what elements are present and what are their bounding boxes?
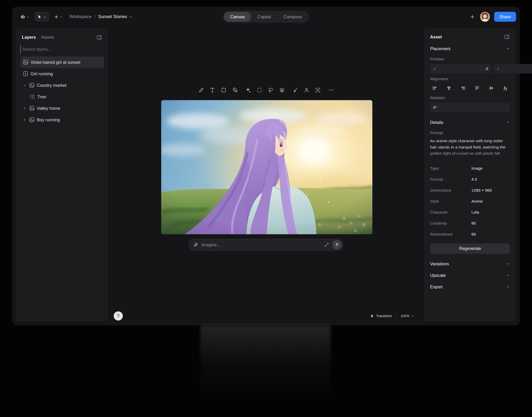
- layer-row[interactable]: Valley home: [20, 102, 104, 114]
- layer-label: Violet-haired girl at sunset: [31, 60, 80, 65]
- image-icon: [23, 60, 28, 65]
- marquee-select-button[interactable]: [255, 85, 264, 95]
- select-icon: [257, 87, 262, 93]
- magic-tool-button[interactable]: [244, 85, 253, 95]
- layers-panel: Layers Assets Violet-haired girl at suns…: [16, 29, 108, 321]
- layer-label: Boy running: [37, 117, 60, 122]
- rotation-input[interactable]: [433, 105, 507, 110]
- align-top-button[interactable]: [472, 84, 482, 92]
- tab-assets[interactable]: Assets: [41, 34, 54, 41]
- variations-section-header[interactable]: Variations: [430, 258, 510, 270]
- lasso-tool-button[interactable]: [266, 85, 275, 95]
- share-button[interactable]: Share: [494, 12, 516, 22]
- y-field[interactable]: Y: [494, 64, 532, 73]
- canvas-selected-image[interactable]: [161, 100, 372, 234]
- view-tabs: Canvas Copilot Compose: [223, 11, 309, 23]
- draw-tool-button[interactable]: [196, 85, 206, 95]
- invite-button[interactable]: [469, 13, 476, 20]
- eraser-tool-button[interactable]: [230, 85, 240, 95]
- chevron-down-icon[interactable]: [23, 84, 27, 87]
- x-label: X: [433, 67, 436, 71]
- detail-row-format: Format 4:3: [430, 174, 510, 185]
- attach-button[interactable]: [193, 242, 199, 248]
- chevron-up-icon: [506, 47, 510, 51]
- upscale-section-header[interactable]: Upscale: [430, 270, 510, 281]
- frame-tool-button[interactable]: [313, 85, 322, 95]
- tab-canvas[interactable]: Canvas: [224, 12, 251, 22]
- shape-tool-button[interactable]: [219, 85, 228, 95]
- zoom-control[interactable]: 100%: [401, 314, 414, 318]
- details-section-header[interactable]: Details: [430, 117, 510, 127]
- layer-list: Violet-haired girl at sunset Girl runnin…: [20, 56, 104, 125]
- arrow-up-icon: [335, 243, 339, 247]
- layer-label: Girl running: [31, 71, 53, 76]
- detail-label: Character: [430, 210, 471, 215]
- detail-value: Image: [471, 166, 483, 171]
- expand-prompt-button[interactable]: [324, 242, 330, 248]
- layer-row[interactable]: Boy running: [20, 114, 104, 125]
- position-fields: X Y: [430, 64, 510, 73]
- bolt-icon: [370, 314, 374, 318]
- divider: [396, 314, 396, 318]
- chevron-right-icon[interactable]: [23, 107, 27, 110]
- shape-icon: [221, 87, 226, 93]
- image-icon: [29, 83, 34, 88]
- style-brush-button[interactable]: [291, 85, 300, 95]
- image-icon: [29, 117, 34, 122]
- align-left-button[interactable]: [430, 84, 440, 92]
- detail-label: Style: [430, 199, 471, 204]
- layers-tool-button[interactable]: [277, 85, 287, 95]
- layer-row[interactable]: Tree: [20, 91, 104, 102]
- export-section-header[interactable]: Export: [430, 281, 510, 293]
- tab-copilot[interactable]: Copilot: [251, 12, 277, 22]
- y-input[interactable]: [500, 66, 532, 71]
- more-tools-button[interactable]: [326, 85, 336, 95]
- align-center-horizontal-button[interactable]: [444, 84, 454, 92]
- breadcrumb-project[interactable]: Sunset Stories: [98, 14, 132, 19]
- section-title: Variations: [430, 261, 449, 266]
- text-tool-button[interactable]: [208, 85, 217, 95]
- detail-label: Creativity: [430, 221, 471, 226]
- panel-collapse-button[interactable]: [96, 34, 102, 41]
- chevron-down-icon: [411, 315, 414, 317]
- generated-image: [161, 100, 372, 234]
- layer-row[interactable]: Country market: [20, 79, 104, 91]
- tab-layers[interactable]: Layers: [22, 34, 36, 41]
- prompt-label: Prompt: [430, 130, 510, 135]
- layer-row[interactable]: Violet-haired girl at sunset: [20, 56, 104, 68]
- transform-button[interactable]: Transform: [370, 314, 392, 318]
- help-button[interactable]: ?: [114, 311, 123, 321]
- chevron-down-icon: [27, 15, 30, 18]
- regenerate-button[interactable]: Regenerate: [430, 243, 510, 254]
- zoom-value: 100%: [401, 314, 409, 318]
- cursor-icon: [38, 15, 42, 19]
- add-object-button[interactable]: [53, 14, 64, 20]
- x-input[interactable]: [436, 66, 488, 71]
- tool-select-button[interactable]: [35, 12, 49, 21]
- search-input[interactable]: [20, 45, 104, 54]
- asset-panel-header: Asset: [430, 33, 510, 41]
- eraser-icon: [232, 87, 238, 93]
- chevron-right-icon[interactable]: [23, 118, 27, 121]
- panel-collapse-button[interactable]: [504, 34, 510, 40]
- layer-row[interactable]: Girl running: [20, 68, 104, 79]
- align-center-vertical-button[interactable]: [487, 84, 496, 92]
- x-field[interactable]: X: [430, 64, 491, 73]
- rotation-field[interactable]: [430, 103, 510, 112]
- detail-value: Anime: [471, 199, 483, 204]
- chevron-down-icon: [60, 15, 63, 18]
- avatar[interactable]: [480, 12, 490, 22]
- app-menu-button[interactable]: [20, 13, 31, 20]
- prompt-input[interactable]: [201, 242, 321, 247]
- placement-section-header[interactable]: Placement: [430, 44, 510, 54]
- character-tool-button[interactable]: [302, 85, 311, 95]
- section-title: Upscale: [430, 273, 446, 278]
- tab-compose[interactable]: Compose: [277, 12, 308, 22]
- style-brush-icon: [292, 87, 298, 93]
- generate-button[interactable]: [332, 240, 342, 249]
- align-right-button[interactable]: [458, 84, 468, 92]
- screen-reflection: [200, 325, 331, 417]
- breadcrumb-workspace[interactable]: Workspace: [70, 14, 92, 19]
- align-bottom-button[interactable]: [501, 84, 510, 92]
- detail-row-resemblance: Resemlance 80: [430, 229, 510, 240]
